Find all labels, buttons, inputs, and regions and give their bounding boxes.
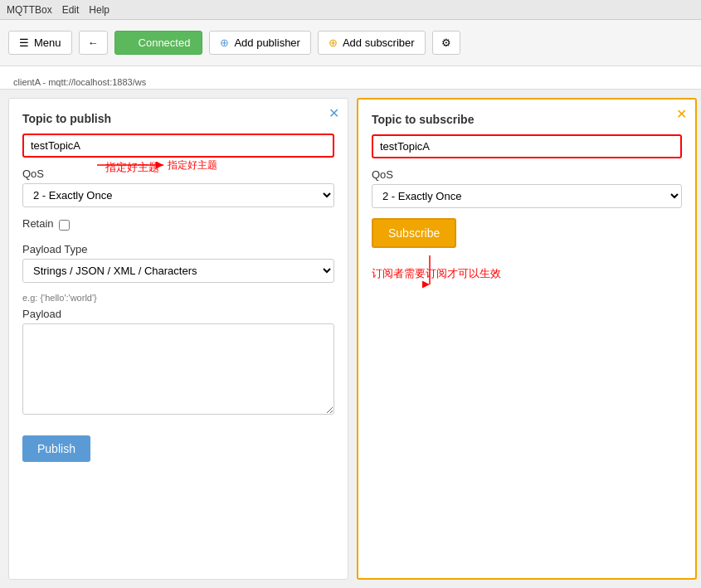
publisher-topic-group: 指定好主题 指定好主题	[22, 134, 334, 158]
subscriber-panel: ✕ Topic to subscribe QoS 0 - At Most Onc…	[357, 98, 697, 580]
connected-label: Connected	[139, 36, 191, 49]
subscriber-subscribe-row: Subscribe 订阅者需要订阅才可以生效	[372, 218, 682, 248]
gear-icon	[441, 36, 451, 49]
add-publisher-icon	[220, 36, 229, 49]
subscribe-button[interactable]: Subscribe	[372, 218, 456, 248]
publisher-close-button[interactable]: ✕	[329, 105, 339, 121]
subscriber-qos-select[interactable]: 0 - At Most Once 1 - At Least Once 2 - E…	[372, 184, 682, 208]
settings-button[interactable]	[432, 31, 460, 55]
menu-help[interactable]: Help	[89, 4, 110, 16]
connected-button[interactable]: Connected	[114, 31, 203, 55]
add-publisher-button[interactable]: Add publisher	[209, 31, 311, 55]
menu-button[interactable]: Menu	[8, 31, 72, 55]
menu-app-name[interactable]: MQTTBox	[7, 4, 52, 16]
publisher-payload-type-label: Payload Type	[22, 243, 334, 255]
add-publisher-label: Add publisher	[234, 36, 300, 49]
publish-button[interactable]: Publish	[22, 435, 90, 462]
subscriber-annotation-text: 订阅者需要订阅才可以生效	[372, 266, 501, 281]
publisher-panel: ✕ Topic to publish 指定好主题 指定好主题 QoS 0 - A…	[8, 98, 348, 580]
subscriber-arrow-annotation	[380, 255, 546, 305]
publisher-payload-type-group: Payload Type Strings / JSON / XML / Char…	[22, 243, 334, 283]
publisher-payload-textarea[interactable]	[22, 323, 334, 415]
subscriber-panel-title: Topic to subscribe	[372, 113, 682, 126]
back-icon	[88, 36, 99, 49]
add-subscriber-button[interactable]: Add subscriber	[318, 31, 426, 55]
publisher-retain-row: Retain	[22, 217, 334, 233]
subscriber-qos-label: QoS	[372, 168, 682, 181]
publisher-topic-input[interactable]	[22, 134, 334, 158]
publisher-payload-label: Payload	[22, 308, 334, 320]
menubar: MQTTBox Edit Help	[0, 0, 701, 20]
publisher-qos-group: QoS 0 - At Most Once 1 - At Least Once 2…	[22, 168, 334, 207]
publisher-retain-checkbox[interactable]	[59, 220, 70, 231]
menu-edit[interactable]: Edit	[62, 4, 80, 16]
chart-icon	[127, 36, 134, 49]
publisher-qos-label: QoS	[22, 168, 334, 180]
subscriber-topic-input[interactable]	[372, 134, 682, 158]
back-button[interactable]	[79, 31, 108, 55]
menu-button-label: Menu	[34, 36, 61, 49]
publisher-panel-title: Topic to publish	[22, 112, 334, 125]
tab-label[interactable]: clientA - mqtt://localhost:1883/ws	[8, 75, 151, 89]
publisher-payload-group: Payload	[22, 308, 334, 417]
main-content: ✕ Topic to publish 指定好主题 指定好主题 QoS 0 - A…	[0, 90, 701, 588]
publisher-qos-select[interactable]: 0 - At Most Once 1 - At Least Once 2 - E…	[22, 183, 334, 207]
subscriber-qos-group: QoS 0 - At Most Once 1 - At Least Once 2…	[372, 168, 682, 208]
publisher-payload-type-select[interactable]: Strings / JSON / XML / Characters JSON X…	[22, 259, 334, 283]
add-subscriber-label: Add subscriber	[343, 36, 415, 49]
toolbar: Menu Connected Add publisher Add subscri…	[0, 20, 701, 66]
tabbar: clientA - mqtt://localhost:1883/ws	[0, 66, 701, 90]
publisher-retain-label: Retain	[22, 217, 54, 230]
add-subscriber-icon	[329, 36, 338, 49]
publisher-hint: e.g: {'hello':'world'}	[22, 293, 334, 303]
bars-icon	[19, 36, 29, 49]
subscriber-close-button[interactable]: ✕	[676, 106, 687, 122]
subscriber-topic-group	[372, 134, 682, 158]
